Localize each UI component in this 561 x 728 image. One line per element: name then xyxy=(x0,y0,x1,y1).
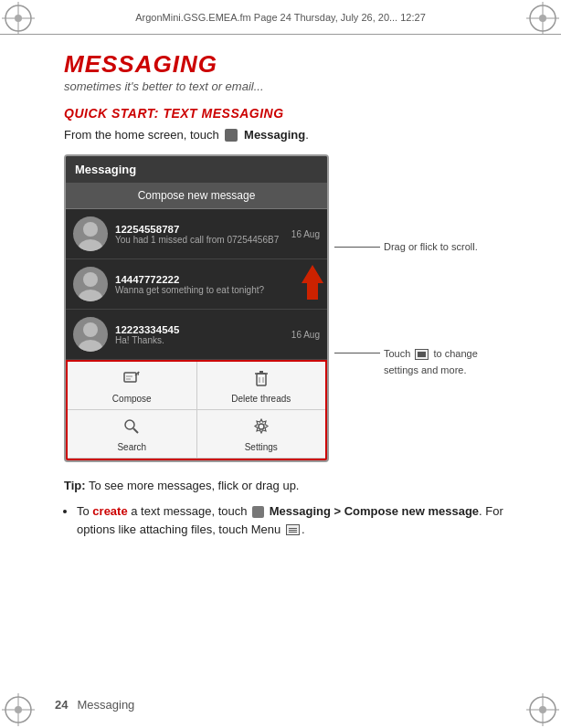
svg-marker-20 xyxy=(302,265,323,300)
message-item-1: 12254558787 You had 1 missed call from 0… xyxy=(66,209,327,259)
search-action-btn[interactable]: Search xyxy=(68,410,197,459)
msg-icon-inline xyxy=(252,506,264,518)
intro-bold: Messaging xyxy=(244,128,305,142)
section-title: QUICK START: TEXT MESSAGING xyxy=(64,106,515,121)
tip-line: Tip: To see more messages, flick or drag… xyxy=(64,477,515,495)
svg-rect-26 xyxy=(257,374,266,385)
header-text: ArgonMini.GSG.EMEA.fm Page 24 Thursday, … xyxy=(135,12,426,23)
action-bar: Compose Delete threads Search xyxy=(66,360,327,460)
settings-action-icon xyxy=(252,417,270,440)
message-list: 12254558787 You had 1 missed call from 0… xyxy=(66,209,327,360)
create-link[interactable]: create xyxy=(92,504,127,518)
action-row-2: Search Settings xyxy=(68,410,325,459)
bullet-item-1: To create a text message, touch Messagin… xyxy=(77,502,515,539)
delete-action-btn[interactable]: Delete threads xyxy=(197,362,326,410)
svg-point-18 xyxy=(83,272,98,287)
delete-action-label: Delete threads xyxy=(231,394,291,404)
messaging-bold: Messaging > xyxy=(270,504,341,518)
tip-text: To see more messages, flick or drag up. xyxy=(89,479,300,492)
compose-text: Compose new message xyxy=(138,189,256,202)
page-subtitle: sometimes it's better to text or email..… xyxy=(64,79,515,93)
page-number: 24 xyxy=(55,698,68,712)
compose-action-icon xyxy=(122,369,141,392)
page-footer: 24 Messaging xyxy=(55,698,524,712)
compose-action-btn[interactable]: Compose xyxy=(68,362,197,410)
app-header: Messaging xyxy=(66,156,327,183)
avatar-3 xyxy=(73,317,108,352)
app-header-title: Messaging xyxy=(75,163,136,176)
svg-rect-23 xyxy=(124,373,136,382)
svg-point-31 xyxy=(125,420,134,429)
tip-section: Tip: To see more messages, flick or drag… xyxy=(64,477,515,539)
bullet-prefix: To xyxy=(77,504,92,518)
msg-preview-2: Wanna get something to eat tonight? xyxy=(115,285,320,295)
delete-action-icon xyxy=(252,369,270,392)
avatar-1 xyxy=(73,216,108,251)
menu-annotation-text: Touch to change settings and more. xyxy=(384,346,478,378)
menu-icon-bullet xyxy=(286,524,300,535)
search-action-icon xyxy=(122,417,141,440)
msg-time-1: 16 Aug xyxy=(291,229,320,239)
svg-point-15 xyxy=(539,706,546,713)
menu-icon-inline xyxy=(415,349,429,360)
intro-prefix: From the home screen, touch xyxy=(64,128,219,142)
svg-point-17 xyxy=(79,239,102,251)
message-item-2: 14447772222 Wanna get something to eat t… xyxy=(66,259,327,310)
action-row-1: Compose Delete threads xyxy=(68,362,325,410)
svg-point-16 xyxy=(83,222,98,237)
registration-mark-br xyxy=(524,691,561,728)
registration-mark-bl xyxy=(0,691,37,728)
msg-content-2: 14447772222 Wanna get something to eat t… xyxy=(115,274,320,295)
bullet-list: To create a text message, touch Messagin… xyxy=(64,502,515,539)
menu-bar-3 xyxy=(418,355,426,357)
svg-point-11 xyxy=(15,706,22,713)
annotation-line-drag xyxy=(334,247,380,248)
scroll-indicator xyxy=(300,263,325,305)
page-header: ArgonMini.GSG.EMEA.fm Page 24 Thursday, … xyxy=(0,0,561,35)
msg-content-1: 12254558787 You had 1 missed call from 0… xyxy=(115,224,286,245)
settings-action-label: Settings xyxy=(245,442,278,452)
svg-line-32 xyxy=(133,428,138,433)
settings-action-btn[interactable]: Settings xyxy=(197,410,326,459)
msg-preview-3: Ha! Thanks. xyxy=(115,335,286,345)
msg-number-3: 12223334545 xyxy=(115,324,286,335)
avatar-2 xyxy=(73,267,108,301)
message-item-3: 12223334545 Ha! Thanks. 16 Aug xyxy=(66,310,327,360)
messaging-icon xyxy=(225,129,238,142)
annotation-line-menu xyxy=(334,353,380,353)
msg-number-1: 12254558787 xyxy=(115,224,286,235)
compose-bold: Compose new message xyxy=(344,504,479,518)
drag-annotation-text: Drag or flick to scroll. xyxy=(384,241,478,252)
page-title: MESSAGING xyxy=(64,51,515,78)
msg-time-3: 16 Aug xyxy=(291,330,320,340)
svg-point-19 xyxy=(79,290,102,301)
svg-point-33 xyxy=(259,424,264,429)
phone-screen: Messaging Compose new message xyxy=(64,154,329,462)
svg-point-22 xyxy=(79,340,102,352)
msg-number-2: 14447772222 xyxy=(115,274,320,285)
menu-annotation: Touch to change settings and more. xyxy=(334,346,478,378)
menu-annot-prefix: Touch xyxy=(384,348,410,359)
menu-annot-line2: to change xyxy=(433,348,477,359)
intro-text: From the home screen, touch Messaging. xyxy=(64,126,515,144)
intro-period: . xyxy=(305,128,309,142)
compose-action-label: Compose xyxy=(112,394,152,404)
tip-bold: Tip: xyxy=(64,479,86,492)
compose-row: Compose new message xyxy=(66,183,327,209)
footer-label: Messaging xyxy=(77,698,134,712)
app-mockup-wrapper: Messaging Compose new message xyxy=(64,154,515,462)
drag-annotation: Drag or flick to scroll. xyxy=(334,241,478,252)
bullet-end: . xyxy=(302,522,305,536)
svg-point-21 xyxy=(83,322,98,337)
menu-annot-line3: settings and more. xyxy=(384,364,467,375)
main-content: MESSAGING sometimes it's better to text … xyxy=(55,35,524,691)
bullet-middle: a text message, touch xyxy=(128,504,250,518)
msg-content-3: 12223334545 Ha! Thanks. xyxy=(115,324,286,345)
msg-preview-1: You had 1 missed call from 07254456B7 xyxy=(115,235,286,245)
search-action-label: Search xyxy=(117,442,146,452)
